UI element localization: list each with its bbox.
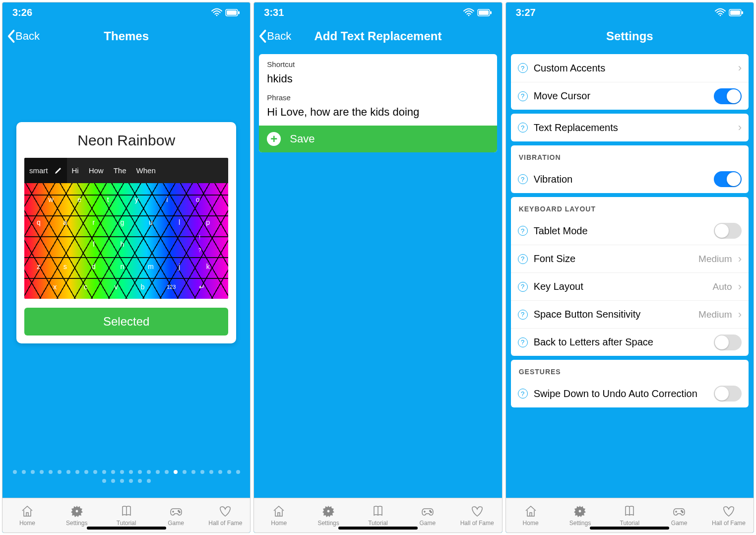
settings-row[interactable]: ?Key LayoutAuto› (511, 272, 749, 300)
page-dot[interactable] (174, 470, 178, 474)
back-label: Back (267, 30, 291, 43)
page-dot[interactable] (218, 470, 222, 474)
settings-group: ?Text Replacements› (511, 114, 749, 141)
page-dot[interactable] (75, 470, 79, 474)
help-icon[interactable]: ? (518, 389, 528, 399)
page-dot[interactable] (129, 470, 133, 474)
page-dot[interactable] (111, 470, 115, 474)
page-indicator[interactable] (2, 470, 250, 483)
tab-home[interactable]: Home (2, 498, 52, 533)
settings-row[interactable]: ?Space Button SensitivityMedium› (511, 300, 749, 328)
phrase-section[interactable]: Phrase Hi Love, how are the kids doing (259, 92, 497, 126)
tab-label: Home (523, 520, 539, 527)
settings-row[interactable]: ?Custom Accents› (511, 54, 749, 82)
phrase-input[interactable]: Hi Love, how are the kids doing (267, 106, 489, 119)
page-dot[interactable] (22, 470, 26, 474)
settings-list[interactable]: ?Custom Accents›?Move Cursor?Text Replac… (506, 50, 754, 498)
page-dot[interactable] (111, 479, 115, 483)
home-icon (524, 504, 538, 518)
suggestion[interactable]: Hi (67, 166, 84, 175)
page-dot[interactable] (183, 470, 187, 474)
status-time: 3:27 (516, 7, 536, 18)
help-icon[interactable]: ? (518, 310, 528, 320)
suggestion[interactable]: When (131, 166, 161, 175)
tab-hall-of-fame[interactable]: Hall of Fame (704, 498, 754, 533)
suggestion[interactable]: How (84, 166, 109, 175)
suggestion[interactable]: The (109, 166, 131, 175)
settings-row[interactable]: ?Font SizeMedium› (511, 245, 749, 272)
page-dot[interactable] (156, 470, 160, 474)
shortcut-input[interactable]: hkids (267, 72, 489, 85)
tab-hall-of-fame[interactable]: Hall of Fame (452, 498, 502, 533)
page-dot[interactable] (102, 470, 106, 474)
page-dot[interactable] (129, 479, 133, 483)
settings-row[interactable]: ?Vibration (511, 165, 749, 193)
page-dot[interactable] (236, 470, 240, 474)
chevron-right-icon: › (738, 308, 742, 321)
page-dot[interactable] (209, 470, 213, 474)
home-indicator[interactable] (87, 527, 166, 530)
help-icon[interactable]: ? (518, 254, 528, 264)
page-dot[interactable] (102, 479, 106, 483)
back-button[interactable]: Back (258, 29, 291, 43)
row-value: Auto (713, 281, 732, 292)
page-dot[interactable] (147, 479, 151, 483)
page-dot[interactable] (93, 470, 97, 474)
tab-label: Home (271, 520, 287, 527)
hall-of-fame-icon (470, 504, 484, 518)
settings-row[interactable]: ?Swipe Down to Undo Auto Correction (511, 380, 749, 407)
row-label: Back to Letters after Space (534, 331, 708, 353)
page-dot[interactable] (13, 470, 17, 474)
page-dot[interactable] (165, 470, 169, 474)
svg-point-6 (178, 510, 179, 511)
shortcut-section[interactable]: Shortcut hkids (259, 54, 497, 92)
settings-row[interactable]: ?Text Replacements› (511, 114, 749, 141)
page-dot[interactable] (66, 470, 70, 474)
page-dot[interactable] (120, 479, 124, 483)
page-dot[interactable] (31, 470, 35, 474)
page-dot[interactable] (49, 470, 53, 474)
toggle-switch[interactable] (714, 223, 742, 239)
help-icon[interactable]: ? (518, 226, 528, 236)
selected-button[interactable]: Selected (24, 308, 228, 335)
help-icon[interactable]: ? (518, 123, 528, 133)
home-indicator[interactable] (590, 527, 669, 530)
tab-home[interactable]: Home (506, 498, 556, 533)
back-button[interactable]: Back (6, 29, 40, 43)
toggle-switch[interactable] (714, 334, 742, 350)
keyboard-keys-area: wetyio qargulp fh!? zsdnmjk xcvb123↵ (24, 183, 228, 299)
page-dot[interactable] (40, 470, 44, 474)
help-icon[interactable]: ? (518, 63, 528, 73)
help-icon[interactable]: ? (518, 337, 528, 347)
home-indicator[interactable] (338, 527, 418, 530)
settings-row[interactable]: ?Move Cursor (511, 82, 749, 110)
page-dot[interactable] (58, 470, 62, 474)
page-dot[interactable] (147, 470, 151, 474)
svg-point-7 (179, 512, 180, 513)
page-dot[interactable] (84, 470, 88, 474)
tab-hall-of-fame[interactable]: Hall of Fame (200, 498, 250, 533)
save-button[interactable]: + Save (259, 126, 497, 152)
page-dot[interactable] (138, 479, 142, 483)
row-label: Move Cursor (534, 85, 708, 107)
help-icon[interactable]: ? (518, 91, 528, 101)
page-dot[interactable] (227, 470, 231, 474)
settings-row[interactable]: ?Back to Letters after Space (511, 328, 749, 356)
navbar: Back Themes (2, 22, 250, 50)
toggle-switch[interactable] (714, 88, 742, 104)
keyboard-smart-tab[interactable]: smart (24, 158, 67, 183)
phrase-label: Phrase (267, 93, 489, 102)
tab-home[interactable]: Home (254, 498, 304, 533)
navbar: Settings (506, 22, 754, 50)
page-dot[interactable] (191, 470, 195, 474)
page-dot[interactable] (138, 470, 142, 474)
help-icon[interactable]: ? (518, 174, 528, 184)
svg-point-0 (216, 14, 218, 16)
toggle-switch[interactable] (714, 171, 742, 187)
settings-row[interactable]: ?Tablet Mode (511, 217, 749, 245)
help-icon[interactable]: ? (518, 282, 528, 292)
tab-label: Settings (569, 520, 591, 527)
page-dot[interactable] (200, 470, 204, 474)
toggle-switch[interactable] (714, 386, 742, 401)
page-dot[interactable] (120, 470, 124, 474)
